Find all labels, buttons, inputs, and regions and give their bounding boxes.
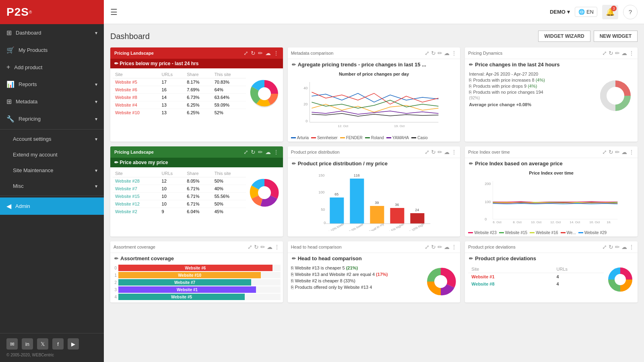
widget-wizard-button[interactable]: WIDGET WIZARD [538,31,590,42]
table-row: Website #28128.05%50% [113,177,246,185]
more-icon[interactable]: ⋮ [451,149,457,155]
menu-toggle-button[interactable]: ☰ [110,7,118,17]
site-link[interactable]: Website #6 [113,86,159,94]
refresh-icon[interactable]: ↻ [609,50,613,56]
facebook-icon[interactable]: f [52,338,64,350]
youtube-icon[interactable]: ▶ [68,338,79,350]
refresh-icon[interactable]: ↻ [431,149,436,155]
new-widget-button[interactable]: NEW WIDGET [594,31,638,42]
site-link[interactable]: Website #1 [468,273,553,281]
sidebar-item-label: My Products [19,47,97,53]
refresh-icon[interactable]: ↻ [254,244,259,250]
col-share: Share [184,170,212,177]
expand-icon[interactable]: ⤢ [425,50,429,56]
chart-area: Price Index over time 200 100 0 6. Oc [465,168,638,229]
more-icon[interactable]: ⋮ [451,50,457,56]
more-icon[interactable]: ⋮ [273,149,279,155]
logo: P2S ® [6,6,32,19]
notifications-button[interactable]: 🔔 3 [602,5,618,19]
sidebar-item-reports[interactable]: 📊 Reports ▾ [0,76,104,93]
cloud-icon[interactable]: ☁ [265,149,271,155]
edit-icon[interactable]: ✏ [258,149,263,155]
edit-icon[interactable]: ✏ [615,149,620,155]
edit-icon[interactable]: ✏ [438,50,442,56]
edit-icon[interactable]: ✏ [260,244,265,250]
more-icon[interactable]: ⋮ [273,50,279,56]
edit-icon[interactable]: ✏ [615,244,620,250]
pencil-icon: ✏ [469,161,473,167]
cloud-icon[interactable]: ☁ [444,50,450,56]
cloud-icon[interactable]: ☁ [444,149,450,155]
refresh-icon[interactable]: ↻ [609,244,613,250]
language-selector[interactable]: 🌐 EN [575,7,597,17]
expand-icon[interactable]: ⤢ [425,244,429,250]
demo-menu[interactable]: DEMO ▾ [550,9,570,15]
help-button[interactable]: ? [623,5,638,19]
expand-icon[interactable]: ⤢ [602,50,607,56]
cloud-icon[interactable]: ☁ [444,244,450,250]
expand-icon[interactable]: ⤢ [602,244,607,250]
svg-text:24: 24 [415,208,419,212]
cloud-icon[interactable]: ☁ [621,244,627,250]
cloud-icon[interactable]: ☁ [265,50,271,56]
refresh-icon[interactable]: ↻ [251,149,256,155]
edit-icon[interactable]: ✏ [258,50,263,56]
sidebar-item-dashboard[interactable]: ⊞ Dashboard ▾ [0,24,104,41]
svg-text:200: 200 [485,182,491,186]
site-link[interactable]: Website #28 [113,177,159,185]
cloud-icon[interactable]: ☁ [267,244,272,250]
expand-icon[interactable]: ⤢ [425,149,429,155]
refresh-icon[interactable]: ↻ [251,50,256,56]
expand-icon[interactable]: ⤢ [248,244,252,250]
cloud-icon[interactable]: ☁ [621,50,627,56]
bar-outer: Website #6 [118,265,281,271]
pencil-icon: ✏ [114,256,118,261]
refresh-icon[interactable]: ↻ [609,149,613,155]
chevron-icon: ▾ [95,116,97,122]
site-link[interactable]: Website #7 [113,185,159,193]
expand-icon[interactable]: ⤢ [244,50,248,56]
social-icons-row: ✉ in 𝕏 f ▶ [6,338,97,350]
edit-icon[interactable]: ✏ [438,149,442,155]
linkedin-icon[interactable]: in [22,338,33,350]
site-link[interactable]: Website #12 [113,200,159,208]
sidebar-item-site-maintenance[interactable]: Site Maintenance ▾ [0,162,104,178]
expand-icon[interactable]: ⤢ [602,149,607,155]
twitter-icon[interactable]: 𝕏 [37,338,48,350]
sidebar-item-metadata[interactable]: ⊞ Metadata ▾ [0,93,104,110]
col-this-site: This site [212,71,246,78]
site-link[interactable]: Website #10 [113,109,159,117]
refresh-icon[interactable]: ↻ [431,50,436,56]
price-dev-content: Site URLs Website #14Website #84 [465,263,638,296]
more-icon[interactable]: ⋮ [629,149,634,155]
sidebar-item-admin[interactable]: ◀ Admin [0,197,104,215]
site-link[interactable]: Website #2 [113,208,159,216]
pie-chart-small [597,78,634,114]
sidebar-item-my-products[interactable]: 🛒 My Products [0,41,104,59]
sidebar-item-account-settings[interactable]: Account settings ▾ [0,131,104,147]
sidebar-item-extend-account[interactable]: Extend my account [0,147,104,162]
site-link[interactable]: Website #8 [468,280,553,288]
site-link[interactable]: Website #15 [113,193,159,200]
edit-icon[interactable]: ✏ [438,244,442,250]
site-link[interactable]: Website #8 [113,94,159,101]
email-icon[interactable]: ✉ [6,338,18,350]
more-icon[interactable]: ⋮ [274,244,280,250]
widget-header: Price Index over time ⤢ ↻ ✏ ☁ ⋮ [465,146,638,158]
sidebar-item-misc[interactable]: Misc ▾ [0,178,104,194]
sidebar-item-add-product[interactable]: + Add product [0,59,104,76]
sidebar-item-repricing[interactable]: 🔧 Repricing ▾ [0,110,104,128]
more-icon[interactable]: ⋮ [629,50,634,56]
site-link[interactable]: Website #5 [113,78,159,86]
refresh-icon[interactable]: ↻ [431,244,436,250]
svg-text:19. Oct: 19. Oct [394,124,405,128]
more-icon[interactable]: ⋮ [451,244,457,250]
site-link[interactable]: Website #4 [113,101,159,109]
svg-text:100: 100 [318,190,324,194]
cloud-icon[interactable]: ☁ [621,149,627,155]
chart-area: Number of price changes per day 40 20 0 … [288,69,460,134]
sidebar-nav: ⊞ Dashboard ▾ 🛒 My Products + Add produc… [0,24,104,333]
more-icon[interactable]: ⋮ [629,244,634,250]
edit-icon[interactable]: ✏ [615,50,620,56]
expand-icon[interactable]: ⤢ [244,149,248,155]
